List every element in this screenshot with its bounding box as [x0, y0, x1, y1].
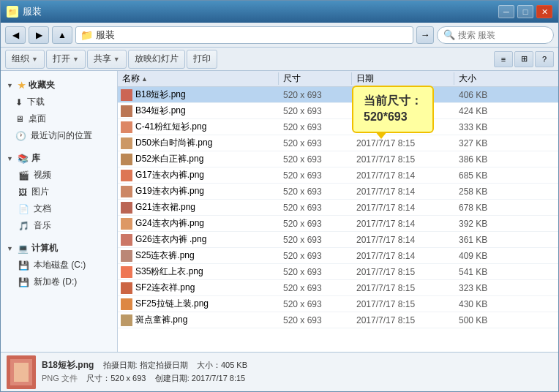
file-name-cell: S25连衣裤.png	[118, 249, 279, 262]
slideshow-button[interactable]: 放映幻灯片	[128, 50, 185, 69]
computer-header[interactable]: ▼ 💻 计算机	[1, 240, 117, 257]
sidebar-item-video[interactable]: 🎬 视频	[1, 167, 117, 184]
file-filesize-cell: 430 KB	[454, 299, 513, 309]
print-button[interactable]: 打印	[187, 50, 217, 69]
file-row[interactable]: SF25拉链上装.png 520 x 693 2017/7/17 8:15 43…	[118, 296, 558, 312]
file-row[interactable]: SF2连衣祥.png 520 x 693 2017/7/17 8:15 323 …	[118, 280, 558, 296]
file-size-cell: 520 x 693	[279, 170, 352, 181]
file-name-cell: G26连衣内裤 .png	[118, 233, 279, 246]
file-thumbnail	[121, 218, 132, 230]
file-thumbnail	[121, 314, 132, 326]
col-size-label: 尺寸	[283, 73, 301, 83]
file-size-cell: 520 x 693	[279, 203, 352, 213]
file-row[interactable]: S35粉红上衣.png 520 x 693 2017/7/17 8:15 541…	[118, 264, 558, 280]
sidebar-item-docs[interactable]: 📄 文档	[1, 200, 117, 217]
file-row[interactable]: G17连衣内裤.png 520 x 693 2017/7/17 8:14 685…	[118, 167, 558, 184]
file-date-cell: 2017/7/17 8:14	[352, 170, 454, 181]
view-toggle-button[interactable]: ⊞	[514, 51, 533, 67]
svg-rect-25	[122, 284, 131, 293]
sidebar-item-desktop[interactable]: 🖥 桌面	[1, 110, 117, 127]
status-info: B18短衫.png 拍摄日期: 指定拍摄日期 大小：405 KB PNG 文件 …	[42, 358, 552, 385]
address-box[interactable]: 📁 服装	[75, 26, 413, 44]
search-icon: 🔍	[443, 29, 455, 40]
forward-button[interactable]: ▶	[29, 26, 49, 44]
file-filesize-cell: 386 KB	[454, 154, 513, 165]
title-bar: 📁 服装 ─ □ ✕	[1, 1, 558, 23]
file-date-cell: 2017/7/17 8:15	[352, 122, 454, 132]
file-row[interactable]: B18短衫.png 520 x 693 2017/7/17 8:15 406 K…	[118, 87, 558, 103]
close-button[interactable]: ✕	[536, 5, 552, 18]
col-header-size[interactable]: 尺寸	[279, 72, 352, 85]
maximize-button[interactable]: □	[517, 5, 533, 18]
sidebar-item-music[interactable]: 🎵 音乐	[1, 217, 117, 234]
file-filesize-cell: 361 KB	[454, 235, 513, 245]
file-row[interactable]: 斑点童裤.png 520 x 693 2017/7/17 8:15 500 KB	[118, 312, 558, 328]
back-button[interactable]: ◀	[5, 26, 26, 44]
organize-button[interactable]: 组织 ▼	[5, 50, 45, 69]
favorites-header[interactable]: ▼ ★ 收藏夹	[1, 77, 117, 94]
library-section: ▼ 📚 库 🎬 视频 🖼 图片 📄 文档 🎵	[1, 147, 117, 237]
window-title: 服装	[23, 5, 42, 18]
open-arrow-icon: ▼	[72, 56, 79, 63]
status-filename: B18短衫.png	[42, 360, 94, 370]
file-row[interactable]: G21连衣裙.png 520 x 693 2017/7/17 8:14 678 …	[118, 200, 558, 216]
svg-rect-27	[122, 300, 131, 309]
svg-rect-13	[122, 187, 131, 196]
file-row[interactable]: G24连衣内裤.png 520 x 693 2017/7/17 8:14 392…	[118, 216, 558, 232]
file-name-text: SF25拉链上装.png	[135, 298, 209, 310]
computer-label: 计算机	[31, 242, 58, 255]
file-thumbnail	[121, 266, 132, 278]
file-row[interactable]: D52米白正裤.png 520 x 693 2017/7/17 8:15 386…	[118, 151, 558, 167]
file-row[interactable]: G26连衣内裤 .png 520 x 693 2017/7/17 8:14 36…	[118, 232, 558, 248]
docs-label: 文档	[34, 203, 51, 215]
file-date-cell: 2017/7/17 8:15	[352, 154, 454, 165]
view-options-button[interactable]: ≡	[494, 51, 513, 67]
file-name-cell: 斑点童裤.png	[118, 314, 279, 326]
search-input[interactable]	[458, 30, 539, 40]
up-button[interactable]: ▲	[52, 26, 72, 44]
file-size-cell: 520 x 693	[279, 315, 352, 325]
status-filetype: PNG 文件	[42, 374, 78, 382]
file-row[interactable]: S25连衣裤.png 520 x 693 2017/7/17 8:14 409 …	[118, 248, 558, 264]
address-go-button[interactable]: →	[416, 26, 434, 44]
open-button[interactable]: 打开 ▼	[46, 50, 86, 69]
sidebar-item-images[interactable]: 🖼 图片	[1, 184, 117, 200]
col-name-label: 名称	[122, 72, 140, 85]
file-thumbnail	[121, 137, 132, 149]
file-row[interactable]: D50米白时尚裤.png 520 x 693 2017/7/17 8:15 32…	[118, 135, 558, 151]
file-row[interactable]: C-41粉红短衫.png 520 x 693 2017/7/17 8:15 33…	[118, 119, 558, 135]
file-size-cell: 520 x 693	[279, 90, 352, 100]
svg-rect-19	[122, 235, 131, 244]
col-header-name[interactable]: 名称 ▲	[118, 72, 279, 85]
file-name-text: G19连衣内裤.png	[135, 185, 204, 197]
sidebar-item-recent[interactable]: 🕐 最近访问的位置	[1, 127, 117, 144]
sidebar-item-drive-c[interactable]: 💾 本地磁盘 (C:)	[1, 257, 117, 274]
svg-rect-21	[122, 252, 131, 260]
file-row[interactable]: B34短衫.png 520 x 693 2017/7/17 8:15 424 K…	[118, 103, 558, 119]
minimize-button[interactable]: ─	[498, 5, 514, 18]
col-header-date[interactable]: 日期	[352, 72, 454, 85]
file-size-cell: 520 x 693	[279, 154, 352, 165]
library-header[interactable]: ▼ 📚 库	[1, 150, 117, 167]
file-filesize-cell: 678 KB	[454, 203, 513, 213]
share-button[interactable]: 共享 ▼	[87, 50, 127, 69]
file-row[interactable]: G19连衣内裤.png 520 x 693 2017/7/17 8:14 258…	[118, 184, 558, 200]
address-folder-icon: 📁	[80, 29, 93, 41]
file-thumbnail	[121, 154, 132, 165]
file-filesize-cell: 500 KB	[454, 315, 513, 325]
help-button[interactable]: ?	[535, 51, 554, 67]
svg-rect-11	[122, 171, 131, 180]
status-thumbnail	[7, 355, 36, 389]
file-name-text: D50米白时尚裤.png	[135, 137, 212, 149]
file-size-cell: 520 x 693	[279, 219, 352, 229]
file-name-cell: B18短衫.png	[118, 88, 279, 101]
sidebar-item-drive-d[interactable]: 💾 新加卷 (D:)	[1, 274, 117, 290]
col-header-filesize[interactable]: 大小	[454, 72, 513, 85]
library-caret-icon: ▼	[7, 155, 13, 162]
docs-icon: 📄	[18, 204, 29, 214]
computer-caret-icon: ▼	[7, 245, 13, 252]
download-icon: ⬇	[15, 97, 23, 108]
sidebar-item-download[interactable]: ⬇ 下载	[1, 94, 117, 110]
file-name-cell: B34短衫.png	[118, 105, 279, 117]
file-filesize-cell: 685 KB	[454, 170, 513, 181]
